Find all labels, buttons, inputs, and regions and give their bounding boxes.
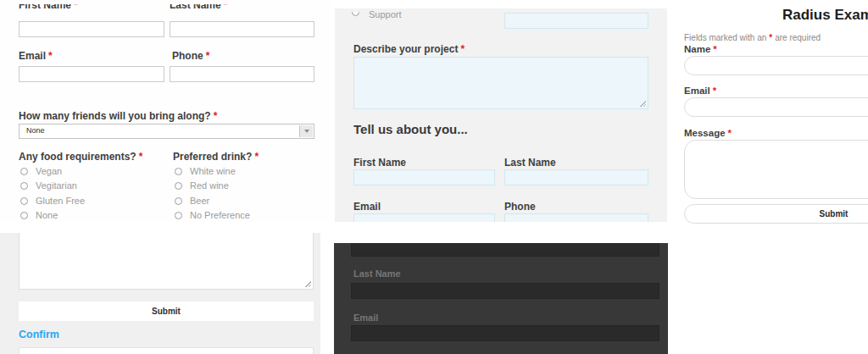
phone-label: Phone xyxy=(504,201,536,213)
phone-input[interactable] xyxy=(170,66,314,82)
first-name-input[interactable] xyxy=(351,243,659,257)
radio-label: Support xyxy=(369,9,402,19)
chevron-down-icon xyxy=(304,130,309,133)
last-name-input[interactable] xyxy=(351,283,659,299)
note-text: Fields marked with an xyxy=(684,33,766,42)
confirm-form-section: Submit Confirm xyxy=(0,233,320,354)
drink-question-label: Preferred drink?* xyxy=(173,151,259,163)
required-asterisk: * xyxy=(214,110,218,122)
required-asterisk: * xyxy=(713,44,716,54)
textarea-resize-handle[interactable] xyxy=(304,280,311,287)
required-asterisk: * xyxy=(713,86,716,96)
radio-icon[interactable] xyxy=(175,212,182,219)
required-asterisk: * xyxy=(460,43,465,55)
first-name-input[interactable] xyxy=(19,21,164,37)
radio-icon[interactable] xyxy=(352,12,361,18)
radio-option-no-preference[interactable]: No Preference xyxy=(175,210,250,220)
required-asterisk: * xyxy=(728,128,732,138)
radio-icon[interactable] xyxy=(20,212,28,219)
radio-label: White wine xyxy=(190,166,236,176)
radio-icon[interactable] xyxy=(175,182,182,190)
radio-option-white-wine[interactable]: White wine xyxy=(175,166,236,176)
friends-select[interactable]: None xyxy=(19,124,314,139)
label-text: Email xyxy=(353,201,381,213)
confirm-link[interactable]: Confirm xyxy=(19,329,59,340)
confirm-input[interactable] xyxy=(19,347,314,354)
phone-label: Phone* xyxy=(172,50,209,62)
required-asterisk: * xyxy=(48,50,53,62)
radio-icon[interactable] xyxy=(175,168,182,175)
selected-option: None xyxy=(26,126,45,135)
submit-button[interactable]: Submit xyxy=(684,204,868,224)
message-textarea[interactable] xyxy=(19,233,314,290)
label-text: Phone xyxy=(504,201,536,213)
required-asterisk: * xyxy=(139,151,143,163)
email-input[interactable] xyxy=(19,66,164,82)
required-asterisk: * xyxy=(206,50,210,62)
phone-input[interactable] xyxy=(504,213,648,222)
required-asterisk: * xyxy=(74,4,78,11)
label-text: Message xyxy=(684,128,726,138)
textarea-resize-handle[interactable] xyxy=(639,100,646,107)
email-label: Email* xyxy=(19,50,53,62)
email-label: Email xyxy=(353,313,378,323)
name-input[interactable] xyxy=(684,56,868,75)
forms-collage: First Name* Last Name* Email* Phone* How… xyxy=(0,0,868,354)
first-name-input[interactable] xyxy=(353,169,495,185)
first-name-label: First Name* xyxy=(19,4,154,14)
event-form-section: First Name* Last Name* Email* Phone* How… xyxy=(0,0,331,222)
last-name-input[interactable] xyxy=(170,21,314,37)
radio-icon[interactable] xyxy=(20,182,28,190)
friends-question-label: How many friends will you bring along?* xyxy=(19,110,217,122)
label-text: First Name xyxy=(353,157,406,169)
project-top-input[interactable] xyxy=(504,13,648,29)
radio-icon[interactable] xyxy=(175,197,182,205)
message-label: Message* xyxy=(684,128,732,138)
email-label: Email* xyxy=(684,86,716,96)
note-text: are required xyxy=(775,33,821,42)
required-asterisk: * xyxy=(254,151,259,163)
last-name-input[interactable] xyxy=(504,169,648,185)
radio-option-gluten-free[interactable]: Gluten Free xyxy=(20,196,85,206)
button-label: Submit xyxy=(152,307,181,316)
radio-option-vegitarian[interactable]: Vegitarian xyxy=(20,180,77,191)
email-input[interactable] xyxy=(684,97,868,117)
describe-project-textarea[interactable] xyxy=(353,57,648,109)
button-label: Submit xyxy=(820,209,849,218)
radio-label: None xyxy=(36,210,58,220)
email-input[interactable] xyxy=(353,213,495,222)
radio-icon[interactable] xyxy=(20,168,28,175)
label-text: Phone xyxy=(172,50,203,62)
radio-option-beer[interactable]: Beer xyxy=(175,196,209,206)
submit-button[interactable]: Submit xyxy=(19,301,314,321)
describe-project-label: Describe your project* xyxy=(353,43,465,55)
radio-option-support[interactable]: Support xyxy=(352,9,402,19)
radio-icon[interactable] xyxy=(20,197,28,205)
radio-option-vegan[interactable]: Vegan xyxy=(20,166,62,176)
message-textarea[interactable] xyxy=(684,140,868,199)
required-fields-note: Fields marked with an*are required xyxy=(684,33,821,42)
select-dropdown-button[interactable] xyxy=(299,125,313,137)
label-text: Email xyxy=(19,50,46,62)
radio-label: Vegan xyxy=(36,166,62,176)
label-text: First Name xyxy=(19,4,71,11)
first-name-label: First Name xyxy=(353,157,406,169)
label-text: Name xyxy=(684,44,710,54)
food-question-label: Any food requirements?* xyxy=(19,151,142,163)
last-name-label: Last Name xyxy=(504,157,556,169)
label-text: Preferred drink? xyxy=(173,151,252,163)
radio-option-none[interactable]: None xyxy=(20,210,58,220)
radio-label: No Preference xyxy=(190,210,250,220)
label-text: Last Name xyxy=(504,157,556,169)
project-form-section: Support Describe your project* Tell us a… xyxy=(335,8,667,222)
required-asterisk: * xyxy=(224,4,228,11)
radio-label: Vegitarian xyxy=(36,180,77,191)
dark-form-section: Last Name Email xyxy=(334,243,668,354)
email-input[interactable] xyxy=(351,325,659,341)
last-name-label: Last Name* xyxy=(170,4,305,14)
page-title: Radius Example xyxy=(782,7,868,24)
radio-option-red-wine[interactable]: Red wine xyxy=(175,180,229,191)
radius-form-section: Radius Example Fields marked with an*are… xyxy=(667,0,868,229)
label-text: Email xyxy=(684,86,710,96)
label-text: Last Name xyxy=(170,4,221,11)
